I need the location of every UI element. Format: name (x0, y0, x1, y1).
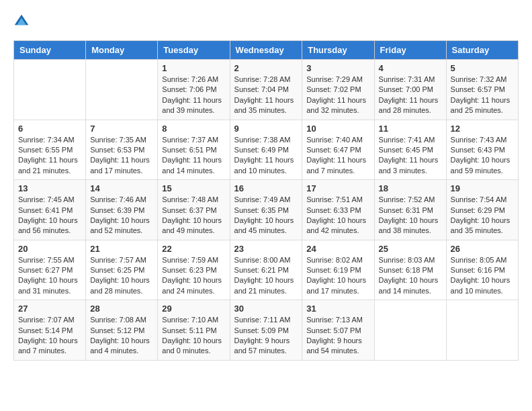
day-number: 24 (306, 244, 369, 254)
weekday-header-row: SundayMondayTuesdayWednesdayThursdayFrid… (14, 41, 519, 60)
cell-content: Sunrise: 7:37 AMSunset: 6:51 PMDaylight:… (162, 135, 225, 177)
calendar-cell: 25Sunrise: 8:03 AMSunset: 6:18 PMDayligh… (374, 240, 446, 300)
calendar-cell: 10Sunrise: 7:40 AMSunset: 6:47 PMDayligh… (302, 120, 374, 180)
day-number: 6 (18, 124, 81, 134)
day-number: 26 (451, 244, 514, 254)
day-number: 3 (306, 63, 369, 73)
cell-content: Sunrise: 7:08 AMSunset: 5:12 PMDaylight:… (90, 315, 153, 357)
day-number: 4 (379, 63, 442, 73)
cell-content: Sunrise: 7:40 AMSunset: 6:47 PMDaylight:… (306, 135, 369, 177)
cell-content: Sunrise: 7:10 AMSunset: 5:11 PMDaylight:… (162, 315, 225, 357)
cell-content: Sunrise: 7:31 AMSunset: 7:00 PMDaylight:… (379, 75, 442, 116)
calendar-cell: 31Sunrise: 7:13 AMSunset: 5:07 PMDayligh… (302, 300, 374, 361)
day-number: 11 (379, 124, 442, 134)
day-number: 8 (162, 124, 225, 134)
cell-content: Sunrise: 7:28 AMSunset: 7:04 PMDaylight:… (234, 75, 298, 116)
day-number: 30 (234, 304, 298, 314)
cell-content: Sunrise: 8:02 AMSunset: 6:19 PMDaylight:… (306, 255, 369, 297)
cell-content: Sunrise: 7:57 AMSunset: 6:25 PMDaylight:… (90, 255, 153, 297)
calendar-header: SundayMondayTuesdayWednesdayThursdayFrid… (14, 41, 519, 60)
day-number: 12 (451, 124, 514, 134)
calendar-cell: 14Sunrise: 7:46 AMSunset: 6:39 PMDayligh… (86, 180, 158, 240)
cell-content: Sunrise: 7:32 AMSunset: 6:57 PMDaylight:… (451, 75, 514, 116)
calendar-cell: 2Sunrise: 7:28 AMSunset: 7:04 PMDaylight… (230, 60, 302, 120)
calendar-cell (14, 60, 86, 120)
day-number: 14 (90, 183, 153, 193)
calendar-cell: 17Sunrise: 7:51 AMSunset: 6:33 PMDayligh… (302, 180, 374, 240)
calendar-cell: 6Sunrise: 7:34 AMSunset: 6:55 PMDaylight… (14, 120, 86, 180)
cell-content: Sunrise: 7:49 AMSunset: 6:35 PMDaylight:… (234, 195, 298, 236)
cell-content: Sunrise: 7:11 AMSunset: 5:09 PMDaylight:… (234, 315, 298, 357)
calendar-cell: 19Sunrise: 7:54 AMSunset: 6:29 PMDayligh… (446, 180, 518, 240)
calendar-cell: 8Sunrise: 7:37 AMSunset: 6:51 PMDaylight… (158, 120, 230, 180)
calendar-cell: 30Sunrise: 7:11 AMSunset: 5:09 PMDayligh… (230, 300, 302, 361)
day-number: 27 (18, 304, 81, 314)
cell-content: Sunrise: 7:07 AMSunset: 5:14 PMDaylight:… (18, 315, 81, 357)
logo (13, 13, 32, 30)
day-number: 1 (162, 63, 225, 73)
cell-content: Sunrise: 7:41 AMSunset: 6:45 PMDaylight:… (379, 135, 442, 177)
day-number: 22 (162, 244, 225, 254)
day-number: 9 (234, 124, 298, 134)
calendar-cell: 27Sunrise: 7:07 AMSunset: 5:14 PMDayligh… (14, 300, 86, 361)
calendar-cell: 12Sunrise: 7:43 AMSunset: 6:43 PMDayligh… (446, 120, 518, 180)
cell-content: Sunrise: 7:43 AMSunset: 6:43 PMDaylight:… (451, 135, 514, 177)
cell-content: Sunrise: 7:59 AMSunset: 6:23 PMDaylight:… (162, 255, 225, 297)
day-number: 20 (18, 244, 81, 254)
day-number: 23 (234, 244, 298, 254)
calendar-cell: 9Sunrise: 7:38 AMSunset: 6:49 PMDaylight… (230, 120, 302, 180)
calendar-cell: 29Sunrise: 7:10 AMSunset: 5:11 PMDayligh… (158, 300, 230, 361)
page-header (13, 13, 519, 30)
calendar-cell: 13Sunrise: 7:45 AMSunset: 6:41 PMDayligh… (14, 180, 86, 240)
calendar-cell (446, 300, 518, 361)
calendar-week-1: 1Sunrise: 7:26 AMSunset: 7:06 PMDaylight… (14, 60, 519, 120)
cell-content: Sunrise: 7:52 AMSunset: 6:31 PMDaylight:… (379, 195, 442, 236)
day-number: 29 (162, 304, 225, 314)
day-number: 17 (306, 183, 369, 193)
cell-content: Sunrise: 7:46 AMSunset: 6:39 PMDaylight:… (90, 195, 153, 236)
cell-content: Sunrise: 7:34 AMSunset: 6:55 PMDaylight:… (18, 135, 81, 177)
weekday-header-monday: Monday (86, 41, 158, 60)
calendar-week-3: 13Sunrise: 7:45 AMSunset: 6:41 PMDayligh… (14, 180, 519, 240)
day-number: 28 (90, 304, 153, 314)
weekday-header-sunday: Sunday (14, 41, 86, 60)
day-number: 15 (162, 183, 225, 193)
calendar-cell: 23Sunrise: 8:00 AMSunset: 6:21 PMDayligh… (230, 240, 302, 300)
day-number: 21 (90, 244, 153, 254)
day-number: 2 (234, 63, 298, 73)
cell-content: Sunrise: 8:05 AMSunset: 6:16 PMDaylight:… (451, 255, 514, 297)
weekday-header-saturday: Saturday (446, 41, 518, 60)
cell-content: Sunrise: 7:45 AMSunset: 6:41 PMDaylight:… (18, 195, 81, 236)
calendar-cell: 28Sunrise: 7:08 AMSunset: 5:12 PMDayligh… (86, 300, 158, 361)
cell-content: Sunrise: 7:51 AMSunset: 6:33 PMDaylight:… (306, 195, 369, 236)
calendar-cell: 5Sunrise: 7:32 AMSunset: 6:57 PMDaylight… (446, 60, 518, 120)
weekday-header-friday: Friday (374, 41, 446, 60)
day-number: 16 (234, 183, 298, 193)
calendar-cell: 11Sunrise: 7:41 AMSunset: 6:45 PMDayligh… (374, 120, 446, 180)
day-number: 19 (451, 183, 514, 193)
day-number: 7 (90, 124, 153, 134)
day-number: 31 (306, 304, 369, 314)
calendar-cell: 20Sunrise: 7:55 AMSunset: 6:27 PMDayligh… (14, 240, 86, 300)
cell-content: Sunrise: 7:54 AMSunset: 6:29 PMDaylight:… (451, 195, 514, 236)
logo-icon (13, 13, 30, 30)
calendar-cell: 4Sunrise: 7:31 AMSunset: 7:00 PMDaylight… (374, 60, 446, 120)
cell-content: Sunrise: 7:48 AMSunset: 6:37 PMDaylight:… (162, 195, 225, 236)
calendar-table: SundayMondayTuesdayWednesdayThursdayFrid… (13, 40, 519, 361)
cell-content: Sunrise: 7:26 AMSunset: 7:06 PMDaylight:… (162, 75, 225, 116)
weekday-header-thursday: Thursday (302, 41, 374, 60)
cell-content: Sunrise: 8:00 AMSunset: 6:21 PMDaylight:… (234, 255, 298, 297)
cell-content: Sunrise: 7:13 AMSunset: 5:07 PMDaylight:… (306, 315, 369, 357)
calendar-week-2: 6Sunrise: 7:34 AMSunset: 6:55 PMDaylight… (14, 120, 519, 180)
cell-content: Sunrise: 7:35 AMSunset: 6:53 PMDaylight:… (90, 135, 153, 177)
calendar-cell (374, 300, 446, 361)
calendar-cell: 18Sunrise: 7:52 AMSunset: 6:31 PMDayligh… (374, 180, 446, 240)
weekday-header-wednesday: Wednesday (230, 41, 302, 60)
calendar-week-4: 20Sunrise: 7:55 AMSunset: 6:27 PMDayligh… (14, 240, 519, 300)
day-number: 25 (379, 244, 442, 254)
cell-content: Sunrise: 7:29 AMSunset: 7:02 PMDaylight:… (306, 75, 369, 116)
calendar-cell: 15Sunrise: 7:48 AMSunset: 6:37 PMDayligh… (158, 180, 230, 240)
calendar-cell: 21Sunrise: 7:57 AMSunset: 6:25 PMDayligh… (86, 240, 158, 300)
day-number: 18 (379, 183, 442, 193)
calendar-body: 1Sunrise: 7:26 AMSunset: 7:06 PMDaylight… (14, 60, 519, 361)
